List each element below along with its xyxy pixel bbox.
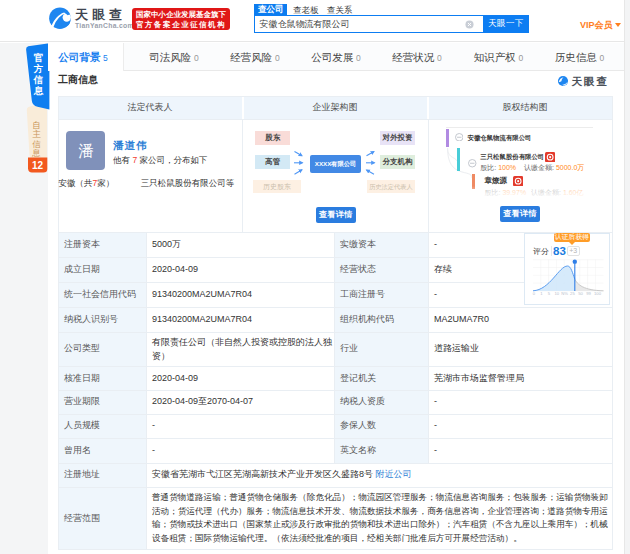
svg-text:方: 方 <box>33 63 44 74</box>
svg-text:N%: N% <box>561 291 568 295</box>
svg-text:官: 官 <box>34 52 44 63</box>
svg-text:主: 主 <box>32 129 41 139</box>
svg-text:12: 12 <box>32 160 44 171</box>
svg-text:25: 25 <box>570 291 575 295</box>
svg-text:0: 0 <box>532 291 535 295</box>
svg-text:息: 息 <box>31 148 41 158</box>
svg-text:信: 信 <box>33 74 44 85</box>
svg-text:50: 50 <box>578 291 583 295</box>
svg-text:1: 1 <box>540 291 543 295</box>
svg-text:自: 自 <box>32 120 41 130</box>
svg-text:99: 99 <box>586 291 591 295</box>
svg-text:息: 息 <box>33 85 44 96</box>
svg-text:5: 5 <box>547 291 550 295</box>
svg-text:10: 10 <box>554 291 559 295</box>
svg-text:信: 信 <box>31 139 41 149</box>
svg-text:100: 100 <box>594 291 602 295</box>
